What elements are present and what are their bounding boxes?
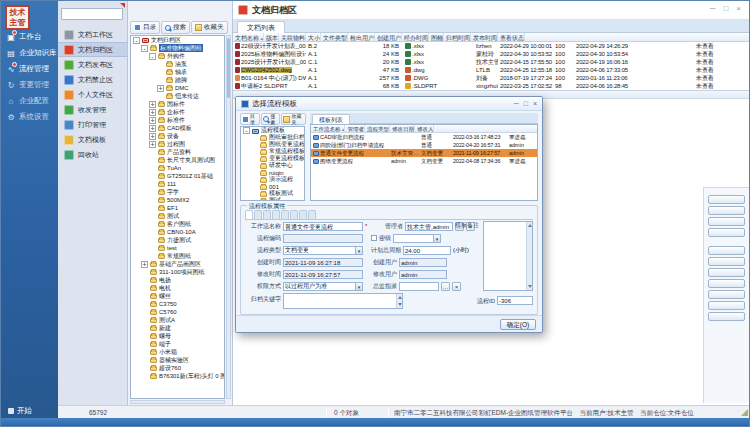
tree-vertical-scrollbar[interactable]: [226, 35, 231, 399]
tree-expander-icon[interactable]: [149, 221, 156, 228]
action-button[interactable]: [708, 301, 745, 310]
action-button[interactable]: [708, 206, 745, 215]
tree-node[interactable]: C5760: [131, 308, 224, 316]
tab-template-list[interactable]: 模板列表: [312, 114, 350, 124]
rail-nav-item[interactable]: ⌂企业配置: [1, 93, 58, 109]
tree-node[interactable]: 图纸变更流程: [241, 141, 304, 148]
tree-expander-icon[interactable]: [141, 325, 148, 332]
tree-node[interactable]: 测试A: [131, 316, 224, 324]
workflow-row[interactable]: 四阶段(部门)归档申请流程普通2022-04-20 16:57:31admin: [311, 141, 537, 149]
minimize-button[interactable]: ─: [710, 4, 716, 13]
tree-expander-icon[interactable]: -: [133, 37, 140, 44]
tree-node[interactable]: GT2501Z 01基础: [131, 172, 224, 180]
action-button[interactable]: [708, 268, 745, 277]
tree-node[interactable]: 演示流程: [241, 176, 304, 183]
tree-expander-icon[interactable]: [149, 173, 156, 180]
tree-node[interactable]: -外购件: [131, 52, 224, 60]
action-button[interactable]: [708, 217, 745, 226]
tree-node[interactable]: 字学: [131, 188, 224, 196]
tree-expander-icon[interactable]: +: [149, 125, 156, 132]
tree-expander-icon[interactable]: [141, 365, 148, 372]
tree-expander-icon[interactable]: [141, 277, 148, 284]
column-header[interactable]: 版本: [264, 33, 279, 41]
sidebar-item[interactable]: 文档发布区: [58, 57, 127, 72]
column-header[interactable]: 流程类型: [365, 125, 390, 132]
tree-expander-icon[interactable]: [157, 61, 164, 68]
tree-node[interactable]: 力捷测试: [131, 236, 224, 244]
tree-node[interactable]: 产品资料: [131, 148, 224, 156]
process-type-select[interactable]: 文档变更: [283, 246, 363, 255]
tree-node[interactable]: +过程图: [131, 140, 224, 148]
tree-node[interactable]: +DMC: [131, 84, 224, 92]
tree-expander-icon[interactable]: [157, 69, 164, 76]
tree-expander-icon[interactable]: [141, 357, 148, 364]
document-row[interactable]: 2025设计开发计划表_000001...C.120 KB.xlsx技术主管20…: [233, 58, 749, 66]
tree-node[interactable]: 小米箱: [131, 348, 224, 356]
tree-node[interactable]: 器械实验区: [131, 356, 224, 364]
manager-input[interactable]: 技术主管,admin: [405, 222, 453, 231]
rail-nav-item[interactable]: ▣工作台: [1, 29, 58, 45]
tree-expander-icon[interactable]: [251, 162, 258, 169]
tree-node[interactable]: 111: [131, 180, 224, 188]
tree-expander-icon[interactable]: [141, 349, 148, 356]
tree-node[interactable]: ruiqin: [241, 169, 304, 176]
tree-expander-icon[interactable]: +: [141, 261, 148, 268]
sidebar-item[interactable]: 文档归档区: [58, 42, 127, 57]
tree-expander-icon[interactable]: -: [141, 45, 148, 52]
start-button[interactable]: 开始: [1, 404, 58, 417]
tree-expander-icon[interactable]: [141, 293, 148, 300]
tree-node[interactable]: 图纸审批归档流程: [241, 134, 304, 141]
tree-expander-icon[interactable]: [141, 333, 148, 340]
process-code-input[interactable]: [283, 234, 363, 243]
tree-expander-icon[interactable]: +: [157, 85, 164, 92]
column-header[interactable]: 文档名称 ▴: [233, 33, 264, 41]
dialog-minimize-button[interactable]: ─: [514, 100, 519, 107]
tree-node[interactable]: 模板测试: [241, 190, 304, 197]
tree-node[interactable]: 测试: [131, 212, 224, 220]
resize-grip-icon[interactable]: [741, 409, 748, 416]
rail-nav-item[interactable]: ↻变更管理: [1, 77, 58, 93]
workflow-row[interactable]: CAD审批归档流程普通2022-03-16 17:48:23覃进磊: [311, 133, 537, 141]
assign-clear-button[interactable]: ×: [452, 282, 461, 291]
column-header[interactable]: 查看状态: [498, 33, 525, 41]
column-header[interactable]: 管理者: [345, 125, 365, 132]
column-header[interactable]: 发布时间: [471, 33, 498, 41]
tree-node[interactable]: TuAn: [131, 164, 224, 172]
column-header[interactable]: 检出用户: [348, 33, 375, 41]
tree-expander-icon[interactable]: [149, 181, 156, 188]
action-button[interactable]: [708, 195, 745, 204]
tab-document-list[interactable]: 文档列表: [237, 21, 285, 33]
tree-expander-icon[interactable]: [251, 141, 258, 148]
toolbar-button[interactable]: 搜索: [261, 113, 280, 125]
tree-node[interactable]: +基础产品画图区: [131, 260, 224, 268]
tree-expander-icon[interactable]: [157, 77, 164, 84]
column-header[interactable]: 工作流名称 ▴: [311, 125, 345, 132]
director-assign-input[interactable]: [399, 282, 439, 291]
action-button[interactable]: [708, 290, 745, 299]
tree-expander-icon[interactable]: [141, 373, 148, 380]
sidebar-item[interactable]: 文档模板: [58, 132, 127, 147]
tree-expander-icon[interactable]: +: [149, 109, 156, 116]
tree-node[interactable]: 测试: [241, 197, 304, 201]
tree-node[interactable]: 500MX2: [131, 196, 224, 204]
tree-node[interactable]: 恒来传达: [131, 92, 224, 100]
tree-expander-icon[interactable]: [251, 134, 258, 141]
tree-expander-icon[interactable]: [251, 183, 258, 190]
tree-node[interactable]: CBN0-10A: [131, 228, 224, 236]
tree-node[interactable]: 超设760: [131, 364, 224, 372]
tree-expander-icon[interactable]: [149, 149, 156, 156]
property-tab[interactable]: [308, 210, 316, 219]
tree-node[interactable]: EF1: [131, 204, 224, 212]
tree-node[interactable]: 新建: [131, 324, 224, 332]
dialog-close-button[interactable]: ×: [533, 100, 537, 107]
action-button[interactable]: [708, 228, 745, 237]
note-scrollbar[interactable]: [526, 222, 532, 290]
tree-expander-icon[interactable]: [251, 148, 258, 155]
tree-node[interactable]: +设备: [131, 132, 224, 140]
tree-node[interactable]: -文档归档区: [131, 36, 224, 44]
sidebar-item[interactable]: 个人文件区: [58, 87, 127, 102]
tree-expander-icon[interactable]: +: [149, 117, 156, 124]
tree-expander-icon[interactable]: [149, 237, 156, 244]
property-tab[interactable]: [272, 210, 280, 219]
tree-node[interactable]: 研发中心: [241, 162, 304, 169]
